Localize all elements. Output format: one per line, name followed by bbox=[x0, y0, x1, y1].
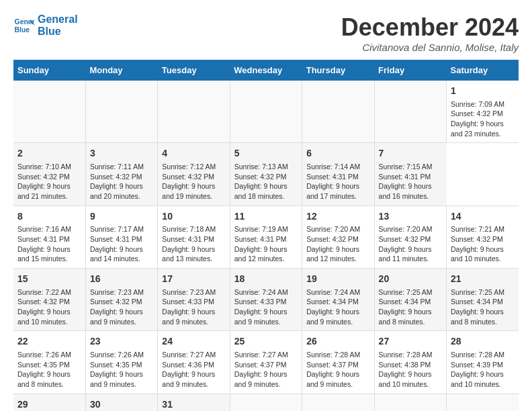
daylight-label: Daylight: 9 hours and 14 minutes. bbox=[90, 245, 143, 263]
daylight-label: Daylight: 9 hours and 11 minutes. bbox=[379, 245, 432, 263]
daylight-label: Daylight: 9 hours and 9 minutes. bbox=[162, 370, 215, 388]
day-number: 16 bbox=[90, 273, 153, 286]
calendar-cell: 30 Sunrise: 7:29 AM Sunset: 4:40 PM Dayl… bbox=[85, 394, 157, 411]
daylight-label: Daylight: 9 hours and 20 minutes. bbox=[90, 182, 143, 200]
daylight-label: Daylight: 9 hours and 17 minutes. bbox=[306, 182, 359, 200]
sunrise-label: Sunrise: 7:23 AM bbox=[162, 288, 216, 296]
calendar-cell: 17 Sunrise: 7:23 AM Sunset: 4:33 PM Dayl… bbox=[158, 269, 230, 331]
sunrise-label: Sunrise: 7:18 AM bbox=[162, 225, 216, 233]
sunrise-label: Sunrise: 7:28 AM bbox=[451, 351, 504, 359]
calendar-cell: 23 Sunrise: 7:26 AM Sunset: 4:35 PM Dayl… bbox=[85, 331, 157, 394]
sunset-label: Sunset: 4:35 PM bbox=[90, 361, 142, 369]
sunset-label: Sunset: 4:31 PM bbox=[17, 235, 70, 243]
day-header-wednesday: Wednesday bbox=[230, 60, 302, 81]
sunset-label: Sunset: 4:32 PM bbox=[17, 298, 70, 306]
sunset-label: Sunset: 4:32 PM bbox=[234, 173, 287, 181]
sunset-label: Sunset: 4:33 PM bbox=[162, 298, 214, 306]
calendar-cell: 29 Sunrise: 7:28 AM Sunset: 4:39 PM Dayl… bbox=[13, 394, 85, 411]
sunset-label: Sunset: 4:32 PM bbox=[90, 173, 142, 181]
calendar-cell: 8 Sunrise: 7:16 AM Sunset: 4:31 PM Dayli… bbox=[13, 205, 85, 268]
sunrise-label: Sunrise: 7:28 AM bbox=[306, 351, 360, 359]
day-number: 10 bbox=[162, 210, 225, 224]
day-header-saturday: Saturday bbox=[447, 60, 519, 81]
sunset-label: Sunset: 4:32 PM bbox=[451, 235, 503, 243]
day-number: 12 bbox=[306, 210, 369, 224]
sunrise-label: Sunrise: 7:25 AM bbox=[451, 288, 504, 296]
day-number: 30 bbox=[90, 398, 153, 411]
sunset-label: Sunset: 4:36 PM bbox=[162, 361, 214, 369]
calendar-week-0: 1 Sunrise: 7:09 AM Sunset: 4:32 PM Dayli… bbox=[13, 81, 519, 143]
day-number: 7 bbox=[379, 147, 443, 161]
sunrise-label: Sunrise: 7:14 AM bbox=[306, 163, 360, 171]
sunset-label: Sunset: 4:32 PM bbox=[162, 173, 214, 181]
calendar-cell: 22 Sunrise: 7:26 AM Sunset: 4:35 PM Dayl… bbox=[13, 331, 85, 394]
day-number: 17 bbox=[162, 273, 225, 286]
calendar-cell: 1 Sunrise: 7:09 AM Sunset: 4:32 PM Dayli… bbox=[447, 81, 519, 143]
day-number: 13 bbox=[379, 210, 442, 224]
sunset-label: Sunset: 4:31 PM bbox=[234, 235, 287, 243]
day-number: 24 bbox=[162, 335, 225, 349]
calendar-week-5: 29 Sunrise: 7:28 AM Sunset: 4:39 PM Dayl… bbox=[13, 394, 519, 411]
daylight-label: Daylight: 9 hours and 8 minutes. bbox=[451, 308, 504, 326]
calendar-cell: 13 Sunrise: 7:20 AM Sunset: 4:32 PM Dayl… bbox=[374, 205, 446, 268]
sunrise-label: Sunrise: 7:26 AM bbox=[90, 351, 144, 359]
day-number: 25 bbox=[234, 335, 298, 349]
daylight-label: Daylight: 9 hours and 9 minutes. bbox=[234, 370, 287, 388]
day-number: 11 bbox=[234, 210, 298, 224]
sunset-label: Sunset: 4:32 PM bbox=[451, 109, 503, 118]
month-title: December 2024 bbox=[341, 13, 519, 42]
daylight-label: Daylight: 9 hours and 10 minutes. bbox=[451, 370, 504, 388]
sunrise-label: Sunrise: 7:15 AM bbox=[379, 163, 433, 171]
calendar-cell bbox=[13, 81, 85, 143]
calendar-cell: 6 Sunrise: 7:14 AM Sunset: 4:31 PM Dayli… bbox=[302, 143, 374, 205]
day-number: 18 bbox=[234, 273, 298, 286]
sunset-label: Sunset: 4:31 PM bbox=[379, 173, 431, 181]
calendar-week-1: 2 Sunrise: 7:10 AM Sunset: 4:32 PM Dayli… bbox=[13, 143, 519, 205]
sunrise-label: Sunrise: 7:19 AM bbox=[234, 225, 288, 233]
calendar-cell: 5 Sunrise: 7:13 AM Sunset: 4:32 PM Dayli… bbox=[230, 143, 302, 205]
calendar-cell: 2 Sunrise: 7:10 AM Sunset: 4:32 PM Dayli… bbox=[13, 143, 85, 205]
logo-line2: Blue bbox=[38, 26, 78, 38]
sunrise-label: Sunrise: 7:27 AM bbox=[234, 351, 288, 359]
calendar-cell: 19 Sunrise: 7:24 AM Sunset: 4:34 PM Dayl… bbox=[302, 269, 374, 331]
day-number: 4 bbox=[162, 147, 225, 161]
calendar-cell bbox=[302, 81, 374, 143]
sunrise-label: Sunrise: 7:21 AM bbox=[451, 225, 504, 233]
daylight-label: Daylight: 9 hours and 16 minutes. bbox=[379, 182, 432, 200]
daylight-label: Daylight: 9 hours and 12 minutes. bbox=[234, 245, 287, 263]
sunset-label: Sunset: 4:31 PM bbox=[306, 173, 359, 181]
sunset-label: Sunset: 4:32 PM bbox=[90, 298, 142, 306]
day-number: 8 bbox=[17, 210, 81, 224]
sunrise-label: Sunrise: 7:27 AM bbox=[162, 351, 216, 359]
day-number: 6 bbox=[306, 147, 369, 161]
calendar-cell: 16 Sunrise: 7:23 AM Sunset: 4:32 PM Dayl… bbox=[85, 269, 157, 331]
calendar-cell: 3 Sunrise: 7:11 AM Sunset: 4:32 PM Dayli… bbox=[85, 143, 157, 205]
calendar-cell: 28 Sunrise: 7:28 AM Sunset: 4:39 PM Dayl… bbox=[447, 331, 519, 394]
day-number: 1 bbox=[451, 85, 515, 98]
daylight-label: Daylight: 9 hours and 9 minutes. bbox=[90, 308, 143, 326]
calendar-week-3: 15 Sunrise: 7:22 AM Sunset: 4:32 PM Dayl… bbox=[13, 269, 519, 331]
day-number: 21 bbox=[451, 273, 515, 286]
sunset-label: Sunset: 4:37 PM bbox=[234, 361, 287, 369]
calendar-cell: 20 Sunrise: 7:25 AM Sunset: 4:34 PM Dayl… bbox=[374, 269, 446, 331]
daylight-label: Daylight: 9 hours and 9 minutes. bbox=[90, 370, 143, 388]
sunrise-label: Sunrise: 7:28 AM bbox=[379, 351, 433, 359]
day-number: 28 bbox=[451, 335, 515, 349]
day-header-friday: Friday bbox=[374, 60, 446, 81]
daylight-label: Daylight: 9 hours and 8 minutes. bbox=[17, 370, 71, 388]
day-number: 5 bbox=[234, 147, 298, 161]
calendar-cell: 21 Sunrise: 7:25 AM Sunset: 4:34 PM Dayl… bbox=[447, 269, 519, 331]
calendar-cell: 31 Sunrise: 7:29 AM Sunset: 4:41 PM Dayl… bbox=[158, 394, 230, 411]
sunrise-label: Sunrise: 7:23 AM bbox=[90, 288, 144, 296]
day-number: 3 bbox=[90, 147, 153, 161]
sunset-label: Sunset: 4:34 PM bbox=[306, 298, 359, 306]
calendar-cell: 11 Sunrise: 7:19 AM Sunset: 4:31 PM Dayl… bbox=[230, 205, 302, 268]
daylight-label: Daylight: 9 hours and 21 minutes. bbox=[17, 182, 71, 200]
calendar-cell: 24 Sunrise: 7:27 AM Sunset: 4:36 PM Dayl… bbox=[158, 331, 230, 394]
daylight-label: Daylight: 9 hours and 9 minutes. bbox=[234, 308, 287, 326]
calendar-cell: 25 Sunrise: 7:27 AM Sunset: 4:37 PM Dayl… bbox=[230, 331, 302, 394]
sunrise-label: Sunrise: 7:24 AM bbox=[306, 288, 360, 296]
calendar-cell bbox=[374, 81, 446, 143]
daylight-label: Daylight: 9 hours and 12 minutes. bbox=[306, 245, 359, 263]
location: Civitanova del Sannio, Molise, Italy bbox=[341, 42, 519, 53]
